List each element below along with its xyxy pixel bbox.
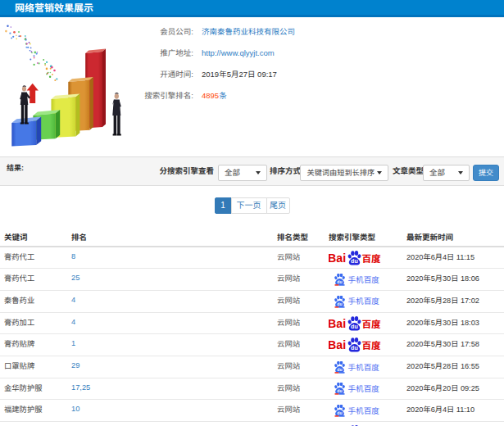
svg-text:du: du [337,301,342,306]
svg-text:du: du [337,279,342,284]
svg-text:百度: 百度 [362,319,382,329]
svg-text:du: du [351,323,358,330]
svg-text:Bai: Bai [329,317,346,330]
svg-text:du: du [337,410,342,415]
svg-text:du: du [351,257,358,265]
svg-text:Bai: Bai [329,252,346,265]
svg-text:du: du [337,367,342,372]
svg-text:du: du [351,345,358,352]
svg-text:Bai: Bai [329,339,346,352]
svg-text:du: du [337,388,342,393]
svg-text:百度: 百度 [362,340,382,351]
svg-text:百度: 百度 [362,253,382,264]
